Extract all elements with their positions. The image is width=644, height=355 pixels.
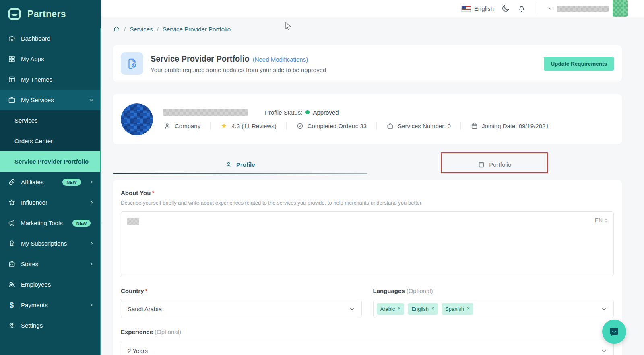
- sidebar-item-label: Marketing Tools: [21, 220, 63, 226]
- sidebar-item-label: My Themes: [21, 76, 52, 83]
- sidebar-item-my-themes[interactable]: My Themes: [0, 69, 101, 90]
- sidebar-item-influencer[interactable]: Influencer: [0, 192, 101, 213]
- sidebar-item-dashboard[interactable]: Dashboard: [0, 28, 101, 49]
- sidebar: Partners Dashboard My Apps My Themes My …: [0, 0, 101, 355]
- joining-date: Joining Date: 09/19/2021: [471, 122, 559, 130]
- about-you-label: About You*: [121, 189, 614, 196]
- chevron-right-icon: [89, 200, 94, 205]
- brand-logo[interactable]: Partners: [0, 0, 101, 28]
- moon-icon[interactable]: [501, 4, 510, 13]
- bell-icon[interactable]: [517, 4, 526, 13]
- status-note[interactable]: (Need Modifications): [253, 56, 308, 63]
- link-icon: [7, 178, 16, 187]
- about-you-hint: Describe yourself briefly and write abou…: [121, 200, 614, 206]
- sidebar-item-label: Dashboard: [21, 35, 50, 42]
- bag-icon: [7, 260, 16, 269]
- avatar: [613, 0, 628, 17]
- breadcrumb-services[interactable]: Services: [130, 26, 153, 33]
- remove-chip-icon[interactable]: ×: [398, 306, 400, 311]
- sidebar-subitem-orders-center[interactable]: Orders Center: [0, 131, 101, 151]
- active-tab-underline: [113, 173, 367, 174]
- sidebar-item-label: My Services: [21, 96, 54, 103]
- remove-chip-icon[interactable]: ×: [467, 306, 470, 311]
- us-flag-icon: [461, 6, 471, 12]
- sidebar-item-stores[interactable]: Stores: [0, 254, 101, 274]
- language-chip-spanish: Spanish×: [442, 303, 473, 315]
- country-select[interactable]: Saudi Arabia: [121, 300, 362, 318]
- chevron-down-icon: [601, 306, 607, 312]
- chevron-down-icon: [349, 306, 355, 312]
- sidebar-item-settings[interactable]: Settings: [0, 315, 101, 336]
- editor-language-toggle[interactable]: EN: [595, 217, 608, 224]
- subitem-label: Service Provider Portfolio: [14, 158, 89, 165]
- rating: 4.3 (11 Reviews): [220, 122, 286, 130]
- country-value: Saudi Arabia: [128, 306, 162, 312]
- sidebar-item-my-subscriptions[interactable]: My Subscriptions: [0, 233, 101, 254]
- chevron-right-icon: [89, 241, 94, 246]
- brand-name: Partners: [27, 9, 66, 20]
- languages-label: Languages(Optional): [373, 287, 614, 294]
- page-title: Service Provider Portfolio: [151, 54, 250, 64]
- update-requirements-button[interactable]: Update Requirements: [544, 57, 614, 71]
- gear-icon: [7, 321, 16, 330]
- tab-portfolio[interactable]: Portfolio: [367, 155, 622, 174]
- country-field: Country* Saudi Arabia: [121, 287, 362, 318]
- new-badge: NEW: [72, 220, 91, 227]
- chat-widget-button[interactable]: [602, 320, 626, 344]
- experience-field: Experience(Optional) 2 Years: [121, 328, 614, 355]
- optional-mark: (Optional): [155, 328, 181, 335]
- new-badge: NEW: [62, 179, 81, 186]
- breadcrumb-separator: /: [124, 26, 126, 33]
- sidebar-subitem-service-provider-portfolio[interactable]: Service Provider Portfolio: [0, 151, 101, 172]
- brand-logo-icon: [6, 7, 23, 21]
- remove-chip-icon[interactable]: ×: [431, 306, 434, 311]
- person-icon: [163, 122, 171, 130]
- sidebar-item-my-apps[interactable]: My Apps: [0, 49, 101, 69]
- optional-mark: (Optional): [407, 287, 433, 294]
- languages-text: Languages: [373, 287, 405, 294]
- about-you-editor[interactable]: EN: [121, 211, 614, 276]
- user-menu[interactable]: [547, 0, 628, 17]
- content: / Services / Service Provider Portfolio …: [101, 17, 644, 355]
- company-name-redacted: [163, 109, 248, 116]
- star-icon: [220, 122, 228, 130]
- megaphone-icon: [7, 219, 16, 228]
- profile-form-card: About You* Describe yourself briefly and…: [113, 180, 622, 355]
- tab-profile[interactable]: Profile: [113, 155, 367, 174]
- home-icon[interactable]: [113, 25, 120, 33]
- sidebar-item-marketing-tools[interactable]: Marketing Tools NEW: [0, 213, 101, 233]
- medal-icon: [7, 239, 16, 248]
- profile-status-value: Approved: [313, 109, 339, 116]
- sidebar-item-payments[interactable]: $ Payments: [0, 295, 101, 315]
- chip-label: Arabic: [380, 306, 395, 312]
- language-switcher[interactable]: English: [461, 5, 494, 12]
- sidebar-item-label: Payments: [21, 302, 48, 308]
- completed-orders-label: Completed Orders: 33: [308, 123, 367, 129]
- subitem-label: Orders Center: [14, 137, 53, 144]
- company-type-label: Company: [175, 123, 200, 129]
- sidebar-item-affiliates[interactable]: Affiliates NEW: [0, 172, 101, 192]
- joining-date-label: Joining Date: 09/19/2021: [482, 123, 549, 129]
- languages-multiselect[interactable]: Arabic× English× Spanish×: [373, 300, 614, 318]
- company-type: Company: [163, 122, 211, 130]
- sidebar-item-label: Employees: [21, 281, 51, 288]
- sidebar-subitem-services[interactable]: Services: [0, 110, 101, 131]
- sidebar-item-employees[interactable]: Employees: [0, 274, 101, 295]
- completed-orders: Completed Orders: 33: [296, 122, 377, 130]
- chevron-down-icon: [89, 97, 94, 103]
- services-number-label: Services Number: 0: [398, 123, 451, 129]
- sidebar-item-my-services[interactable]: My Services: [0, 90, 101, 110]
- sidebar-item-label: My Apps: [21, 55, 44, 62]
- services-number: Services Number: 0: [386, 122, 461, 130]
- language-label: English: [474, 5, 494, 12]
- experience-select[interactable]: 2 Years: [121, 341, 614, 355]
- profile-status-label: Profile Status:: [265, 109, 302, 116]
- profile-status: Profile Status: Approved: [265, 109, 339, 116]
- portfolio-status-card: Service Provider Portfolio (Need Modific…: [113, 45, 622, 82]
- dollar-icon: $: [7, 301, 16, 310]
- sidebar-item-label: Settings: [21, 322, 43, 329]
- sidebar-nav: Dashboard My Apps My Themes My Services …: [0, 28, 101, 336]
- chip-label: English: [411, 306, 429, 312]
- breadcrumb: / Services / Service Provider Portfolio: [113, 24, 622, 34]
- sidebar-item-label: Influencer: [21, 199, 47, 206]
